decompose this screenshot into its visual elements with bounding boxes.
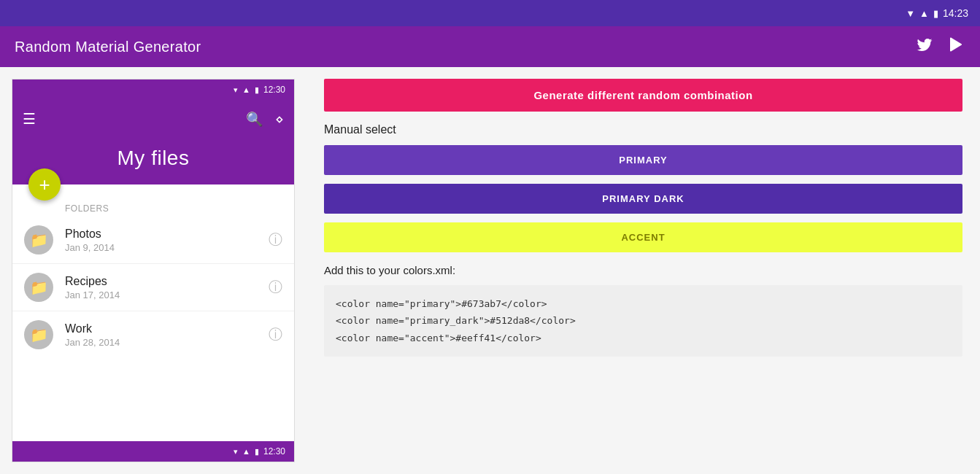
list-item-title-photos: Photos <box>65 228 269 241</box>
phone-list: Folders 📁 Photos Jan 9, 2014 ⓘ 📁 <box>12 184 294 441</box>
folder-icon-work: 📁 <box>24 320 53 349</box>
phone-bottom-wifi-icon: ▾ <box>234 447 238 456</box>
app-toolbar: Random Material Generator <box>0 26 980 67</box>
signal-icon: ▲ <box>919 8 929 19</box>
toolbar-icons <box>916 36 965 58</box>
app-title: Random Material Generator <box>15 39 201 55</box>
phone-wifi-icon: ▾ <box>234 85 238 95</box>
wifi-icon: ▼ <box>906 8 915 19</box>
generate-button[interactable]: Generate different random combination <box>324 79 962 112</box>
list-item[interactable]: 📁 Recipes Jan 17, 2014 ⓘ <box>12 264 294 311</box>
colors-xml-label: Add this to your colors.xml: <box>324 264 962 276</box>
list-item-title-recipes: Recipes <box>65 275 269 288</box>
phone-bar-icons: 🔍 ⋄ <box>246 111 284 128</box>
phone-bottom-battery-icon: ▮ <box>255 447 259 456</box>
fab-button[interactable]: + <box>28 168 61 201</box>
accent-color-button[interactable]: ACCENT <box>324 222 962 252</box>
phone-bottom-time: 12:30 <box>263 446 285 456</box>
list-item-text-recipes: Recipes Jan 17, 2014 <box>65 275 269 300</box>
phone-screen: ▾ ▲ ▮ 12:30 ☰ 🔍 ⋄ My files + Folders <box>12 79 295 462</box>
code-line-3: <color name="accent">#eeff41</color> <box>336 330 951 346</box>
twitter-icon[interactable] <box>916 36 933 58</box>
browser-status: ▼ ▲ ▮ 14:23 <box>906 7 968 19</box>
list-item-subtitle-photos: Jan 9, 2014 <box>65 242 269 253</box>
code-line-2: <color name="primary_dark">#512da8</colo… <box>336 312 951 329</box>
battery-icon: ▮ <box>933 8 938 19</box>
phone-signal-icon: ▲ <box>242 85 250 94</box>
folder-symbol: 📁 <box>30 279 48 296</box>
info-icon-recipes[interactable]: ⓘ <box>269 278 282 297</box>
browser-bar: ▼ ▲ ▮ 14:23 <box>0 0 980 26</box>
phone-search-icon[interactable]: 🔍 <box>246 111 263 128</box>
phone-app-bar: ☰ 🔍 ⋄ <box>12 100 294 138</box>
list-item-subtitle-work: Jan 28, 2014 <box>65 337 269 348</box>
right-panel: Generate different random combination Ma… <box>306 67 980 474</box>
primary-color-button[interactable]: PRIMARY <box>324 145 962 175</box>
list-section-folders: Folders <box>12 198 294 217</box>
hamburger-icon[interactable]: ☰ <box>23 110 36 128</box>
phone-mockup: ▾ ▲ ▮ 12:30 ☰ 🔍 ⋄ My files + Folders <box>0 67 306 474</box>
phone-screen-title: My files <box>12 147 294 170</box>
info-icon-work[interactable]: ⓘ <box>269 325 282 344</box>
browser-time: 14:23 <box>943 7 968 19</box>
folder-symbol: 📁 <box>30 326 48 343</box>
phone-bottom-bar: ▾ ▲ ▮ 12:30 <box>12 441 294 462</box>
list-item[interactable]: 📁 Photos Jan 9, 2014 ⓘ <box>12 217 294 264</box>
list-item-title-work: Work <box>65 322 269 335</box>
phone-grid-icon[interactable]: ⋄ <box>275 111 284 128</box>
phone-status-time: 12:30 <box>263 85 285 95</box>
phone-header-title-area: My files + <box>12 138 294 184</box>
folder-icon-recipes: 📁 <box>24 273 53 302</box>
folder-symbol: 📁 <box>30 231 48 249</box>
main-content: ▾ ▲ ▮ 12:30 ☰ 🔍 ⋄ My files + Folders <box>0 67 980 474</box>
list-item-text-photos: Photos Jan 9, 2014 <box>65 228 269 253</box>
list-item-subtitle-recipes: Jan 17, 2014 <box>65 290 269 300</box>
phone-battery-icon: ▮ <box>255 85 259 95</box>
folder-icon-photos: 📁 <box>24 225 53 255</box>
phone-status-bar: ▾ ▲ ▮ 12:30 <box>12 79 294 100</box>
code-line-1: <color name="primary">#673ab7</color> <box>336 295 951 312</box>
list-item[interactable]: 📁 Work Jan 28, 2014 ⓘ <box>12 311 294 358</box>
phone-bottom-signal-icon: ▲ <box>242 447 250 456</box>
manual-select-label: Manual select <box>324 123 962 136</box>
list-item-text-work: Work Jan 28, 2014 <box>65 322 269 348</box>
code-block: <color name="primary">#673ab7</color> <c… <box>324 285 962 357</box>
play-store-icon[interactable] <box>948 36 965 58</box>
info-icon-photos[interactable]: ⓘ <box>269 230 282 249</box>
primary-dark-color-button[interactable]: PRIMARY DARK <box>324 184 962 214</box>
